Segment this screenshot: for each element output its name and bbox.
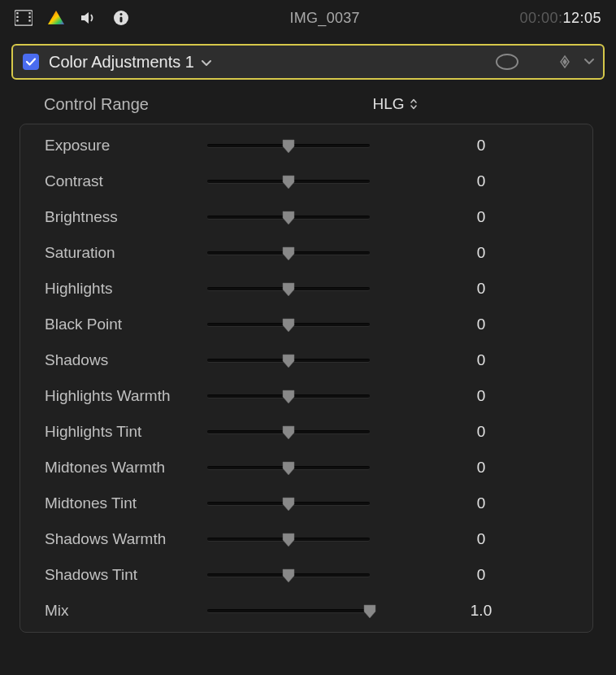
param-row: Highlights Warmth0 xyxy=(20,378,592,414)
effect-enable-checkbox[interactable] xyxy=(23,54,39,70)
check-icon xyxy=(25,56,37,68)
param-slider[interactable] xyxy=(207,609,370,612)
param-slider[interactable] xyxy=(207,144,370,147)
svg-rect-4 xyxy=(28,12,30,14)
slider-thumb[interactable] xyxy=(281,460,296,477)
param-label: Black Point xyxy=(45,316,207,333)
param-label: Shadows Tint xyxy=(45,566,207,584)
timecode-bright: 12:05 xyxy=(562,10,601,26)
slider-thumb[interactable] xyxy=(281,317,296,333)
param-value[interactable]: 0 xyxy=(370,387,576,405)
param-label: Midtones Warmth xyxy=(45,459,207,477)
keyframe-icon[interactable] xyxy=(557,54,572,69)
param-row: Brightness0 xyxy=(20,199,592,235)
slider-thumb[interactable] xyxy=(281,389,296,405)
param-row: Shadows Warmth0 xyxy=(20,521,592,557)
timecode-dim: 00:00: xyxy=(519,10,562,26)
slider-thumb[interactable] xyxy=(281,496,296,512)
param-value[interactable]: 0 xyxy=(370,208,576,226)
param-row: Saturation0 xyxy=(20,235,592,271)
param-label: Shadows xyxy=(45,351,207,369)
param-value[interactable]: 0 xyxy=(370,566,576,584)
param-label: Midtones Tint xyxy=(45,494,207,512)
param-value[interactable]: 1.0 xyxy=(370,602,576,620)
effect-header[interactable]: Color Adjustments 1 xyxy=(11,44,605,80)
param-slider[interactable] xyxy=(207,251,370,255)
param-slider[interactable] xyxy=(207,287,370,290)
slider-thumb[interactable] xyxy=(281,568,296,584)
param-slider[interactable] xyxy=(207,538,370,541)
param-slider[interactable] xyxy=(207,502,370,505)
control-range-row: Control Range HLG xyxy=(0,91,616,124)
slider-thumb[interactable] xyxy=(281,174,296,190)
param-label: Brightness xyxy=(45,208,207,226)
param-label: Exposure xyxy=(45,137,207,155)
param-label: Saturation xyxy=(45,244,207,262)
svg-point-9 xyxy=(120,13,123,15)
param-value[interactable]: 0 xyxy=(370,459,576,477)
param-label: Contrast xyxy=(45,172,207,190)
param-slider[interactable] xyxy=(207,573,370,577)
param-value[interactable]: 0 xyxy=(370,494,576,512)
param-slider[interactable] xyxy=(207,430,370,433)
param-label: Highlights Warmth xyxy=(45,387,207,405)
param-value[interactable]: 0 xyxy=(370,280,576,298)
mask-icon[interactable] xyxy=(496,54,518,70)
slider-thumb[interactable] xyxy=(281,425,296,441)
updown-arrows-icon xyxy=(410,98,418,111)
slider-thumb[interactable] xyxy=(281,281,296,298)
param-slider[interactable] xyxy=(207,180,370,183)
chevron-down-icon[interactable] xyxy=(201,59,212,68)
param-label: Shadows Warmth xyxy=(45,530,207,548)
control-range-value: HLG xyxy=(372,95,404,113)
svg-rect-10 xyxy=(120,17,123,23)
filmstrip-icon[interactable] xyxy=(15,9,33,27)
param-slider[interactable] xyxy=(207,394,370,398)
param-value[interactable]: 0 xyxy=(370,172,576,190)
param-label: Highlights xyxy=(45,280,207,298)
slider-thumb[interactable] xyxy=(281,210,296,226)
param-value[interactable]: 0 xyxy=(370,137,576,155)
top-toolbar: IMG_0037 00:00:12:05 xyxy=(0,0,616,36)
param-value[interactable]: 0 xyxy=(370,423,576,441)
param-slider[interactable] xyxy=(207,359,370,362)
svg-rect-1 xyxy=(16,12,18,14)
param-row: Highlights0 xyxy=(20,271,592,307)
slider-thumb[interactable] xyxy=(362,603,377,620)
svg-rect-6 xyxy=(28,20,30,21)
param-row: Shadows0 xyxy=(20,342,592,378)
svg-rect-3 xyxy=(16,20,18,21)
svg-rect-5 xyxy=(28,16,30,18)
timecode: 00:00:12:05 xyxy=(519,10,601,27)
param-slider[interactable] xyxy=(207,323,370,326)
param-value[interactable]: 0 xyxy=(370,351,576,369)
info-icon[interactable] xyxy=(112,9,130,27)
param-row: Shadows Tint0 xyxy=(20,557,592,593)
slider-thumb[interactable] xyxy=(281,532,296,548)
slider-thumb[interactable] xyxy=(281,138,296,155)
clip-name: IMG_0037 xyxy=(130,10,519,27)
param-row: Highlights Tint0 xyxy=(20,414,592,450)
control-range-label: Control Range xyxy=(44,95,231,114)
color-prism-icon[interactable] xyxy=(47,9,65,27)
slider-thumb[interactable] xyxy=(281,353,296,369)
param-row: Mix1.0 xyxy=(20,593,592,629)
slider-track xyxy=(207,609,370,612)
param-row: Black Point0 xyxy=(20,307,592,342)
chevron-down-icon[interactable] xyxy=(583,58,595,66)
effect-title[interactable]: Color Adjustments 1 xyxy=(49,53,194,72)
param-row: Contrast0 xyxy=(20,163,592,199)
param-slider[interactable] xyxy=(207,216,370,219)
param-label: Highlights Tint xyxy=(45,423,207,441)
params-container: Exposure0Contrast0Brightness0Saturation0… xyxy=(20,124,593,633)
param-value[interactable]: 0 xyxy=(370,244,576,262)
param-value[interactable]: 0 xyxy=(370,316,576,333)
param-slider[interactable] xyxy=(207,466,370,469)
slider-thumb[interactable] xyxy=(281,246,296,262)
param-value[interactable]: 0 xyxy=(370,530,576,548)
param-row: Midtones Tint0 xyxy=(20,486,592,521)
speaker-icon[interactable] xyxy=(80,9,98,27)
svg-rect-2 xyxy=(16,16,18,18)
param-label: Mix xyxy=(45,602,207,620)
control-range-dropdown[interactable]: HLG xyxy=(231,95,616,113)
